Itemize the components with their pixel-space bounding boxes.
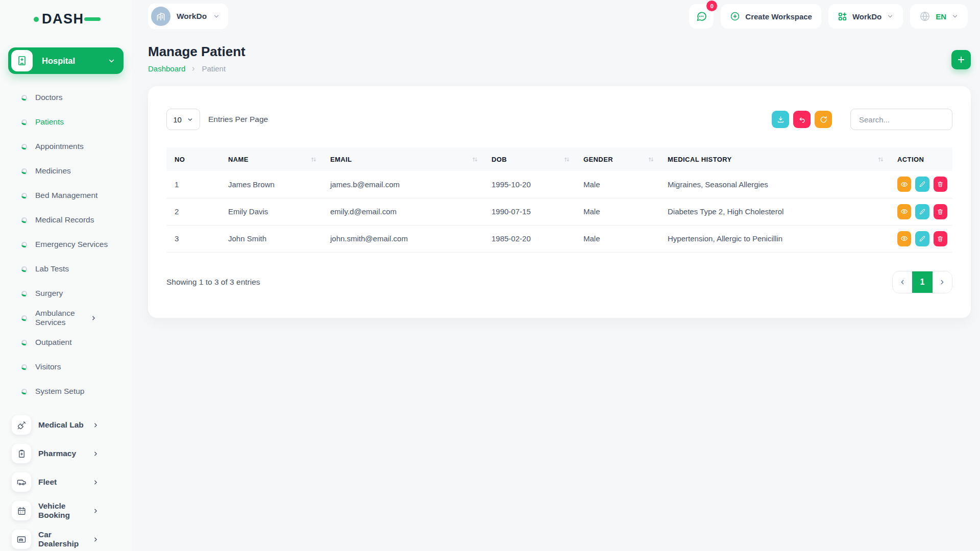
download-icon xyxy=(776,115,785,124)
bullet-icon xyxy=(21,291,27,296)
sidebar-item-bed-management[interactable]: Bed Management xyxy=(0,183,132,208)
view-button[interactable] xyxy=(897,204,911,219)
bullet-icon xyxy=(21,119,27,125)
chevron-left-icon xyxy=(899,279,906,286)
calendar-icon xyxy=(12,501,31,520)
sort-icon[interactable] xyxy=(877,156,884,163)
delete-button[interactable] xyxy=(934,204,947,219)
add-patient-button[interactable] xyxy=(951,50,971,69)
chevron-right-icon xyxy=(90,315,97,321)
sidebar-item-label: Emergency Services xyxy=(35,240,132,249)
patients-card: 10 Entries Per Page xyxy=(148,86,971,318)
chevron-right-icon xyxy=(92,536,99,543)
workdo-menu-button[interactable]: WorkDo xyxy=(828,4,903,29)
sort-icon[interactable] xyxy=(472,156,478,163)
sidebar-item-patients[interactable]: Patients xyxy=(0,110,132,134)
chevron-right-icon xyxy=(939,279,946,286)
column-header-gender[interactable]: GENDER xyxy=(575,147,659,171)
next-page-button[interactable] xyxy=(933,271,952,293)
breadcrumb-dashboard-link[interactable]: Dashboard xyxy=(148,64,185,73)
edit-button[interactable] xyxy=(915,204,929,219)
pagination: 1 xyxy=(892,271,952,293)
sidebar-item-ambulance-services[interactable]: Ambulance Services xyxy=(0,306,132,330)
breadcrumb-current: Patient xyxy=(202,64,226,73)
column-header-name[interactable]: NAME xyxy=(220,147,322,171)
main-content: Manage Patient Dashboard Patient 10 Entr… xyxy=(132,33,980,318)
sidebar-item-label: Hospital xyxy=(42,56,108,66)
chevron-down-icon xyxy=(887,13,894,20)
sidebar-item-appointments[interactable]: Appointments xyxy=(0,134,132,159)
column-header-dob[interactable]: DOB xyxy=(483,147,575,171)
cell-dob: 1995-10-20 xyxy=(483,171,575,198)
row-actions xyxy=(897,231,947,246)
page-number[interactable]: 1 xyxy=(912,271,933,293)
edit-button[interactable] xyxy=(915,231,929,246)
chevron-down-icon xyxy=(951,13,959,20)
sidebar-item-car-dealership[interactable]: Car Dealership xyxy=(0,525,132,551)
pencil-icon xyxy=(919,181,926,188)
sidebar-item-pharmacy[interactable]: Pharmacy xyxy=(0,439,132,468)
sidebar-item-medical-lab[interactable]: Medical Lab xyxy=(0,411,132,439)
app-logo[interactable]: DASH xyxy=(0,0,132,27)
cell-gender: Male xyxy=(575,171,659,198)
plus-circle-icon xyxy=(730,11,740,21)
sidebar-item-outpatient[interactable]: Outpatient xyxy=(0,330,132,355)
sidebar-item-label: Medicines xyxy=(35,166,132,176)
page-title: Manage Patient xyxy=(148,44,246,60)
sort-icon[interactable] xyxy=(310,156,317,163)
workspace-selector[interactable]: WorkDo xyxy=(148,4,228,29)
sort-icon[interactable] xyxy=(564,156,570,163)
language-label: EN xyxy=(936,12,946,21)
entries-label: Entries Per Page xyxy=(208,115,268,124)
create-workspace-button[interactable]: Create Workspace xyxy=(721,4,821,29)
column-header-email[interactable]: EMAIL xyxy=(322,147,483,171)
sort-icon[interactable] xyxy=(648,156,654,163)
view-button[interactable] xyxy=(897,231,911,246)
sidebar-item-label: Visitors xyxy=(35,362,132,371)
export-button[interactable] xyxy=(772,111,789,128)
sidebar-item-label: Surgery xyxy=(35,289,132,298)
chevron-right-icon xyxy=(92,508,99,514)
messages-button[interactable]: 0 xyxy=(689,4,714,29)
search-input[interactable] xyxy=(850,109,952,130)
sidebar-item-medical-records[interactable]: Medical Records xyxy=(0,208,132,232)
sidebar-item-vehicle-booking[interactable]: Vehicle Booking xyxy=(0,496,132,525)
globe-icon xyxy=(919,11,930,22)
sidebar-item-medicines[interactable]: Medicines xyxy=(0,159,132,183)
sidebar-item-hospital[interactable]: Hospital xyxy=(8,47,124,74)
cell-dob: 1985-02-20 xyxy=(483,225,575,252)
bullet-icon xyxy=(21,144,27,149)
chevron-right-icon xyxy=(190,66,197,72)
pencil-icon xyxy=(919,235,926,242)
sidebar-item-emergency-services[interactable]: Emergency Services xyxy=(0,232,132,257)
language-selector[interactable]: EN xyxy=(910,4,968,29)
delete-button[interactable] xyxy=(934,231,947,246)
sidebar-item-doctors[interactable]: Doctors xyxy=(0,85,132,110)
chevron-down-icon xyxy=(187,116,193,123)
refresh-button[interactable] xyxy=(815,111,832,128)
entries-per-page-select[interactable]: 10 xyxy=(166,109,200,130)
sidebar-item-label: Appointments xyxy=(35,142,132,151)
previous-page-button[interactable] xyxy=(893,271,912,293)
sidebar-item-visitors[interactable]: Visitors xyxy=(0,355,132,379)
apps-grid-icon xyxy=(838,12,847,21)
refresh-icon xyxy=(819,115,828,124)
sidebar-item-lab-tests[interactable]: Lab Tests xyxy=(0,257,132,281)
column-header-no[interactable]: NO xyxy=(166,147,220,171)
view-button[interactable] xyxy=(897,177,911,192)
sidebar-item-fleet[interactable]: Fleet xyxy=(0,468,132,496)
sidebar-item-label: Patients xyxy=(35,117,132,127)
car-card-icon xyxy=(12,530,31,549)
sidebar-modules: Medical Lab Pharmacy xyxy=(0,411,132,551)
edit-button[interactable] xyxy=(915,177,929,192)
sidebar-item-surgery[interactable]: Surgery xyxy=(0,281,132,306)
sidebar-item-system-setup[interactable]: System Setup xyxy=(0,379,132,404)
reset-button[interactable] xyxy=(793,111,811,128)
sidebar-item-label: Doctors xyxy=(35,93,132,102)
workspace-avatar xyxy=(151,7,170,26)
table-header-row: NO NAME EMAIL DOB GENDER MEDICAL HISTORY… xyxy=(166,147,952,171)
delete-button[interactable] xyxy=(934,177,947,192)
column-header-medical-history[interactable]: MEDICAL HISTORY xyxy=(659,147,889,171)
cell-no: 2 xyxy=(166,198,220,225)
row-actions xyxy=(897,177,947,192)
